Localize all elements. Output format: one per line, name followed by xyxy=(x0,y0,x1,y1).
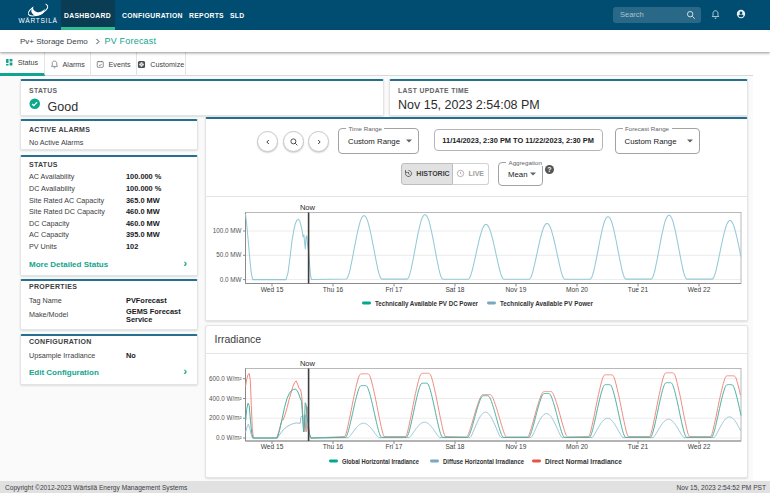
svg-text:Tue 21: Tue 21 xyxy=(628,286,649,293)
svg-text:Wed 15: Wed 15 xyxy=(261,286,284,293)
svg-text:Nov 19: Nov 19 xyxy=(506,443,527,450)
svg-text:Technically Available PV DC Po: Technically Available PV DC Power xyxy=(375,300,478,308)
svg-text:600.0 W/m²: 600.0 W/m² xyxy=(209,375,242,382)
svg-text:Fri 17: Fri 17 xyxy=(386,286,403,293)
svg-text:Global Horizontal Irradiance: Global Horizontal Irradiance xyxy=(342,458,419,465)
svg-text:Now: Now xyxy=(300,203,316,212)
svg-text:200.0 W/m²: 200.0 W/m² xyxy=(209,414,242,421)
svg-text:Mon 20: Mon 20 xyxy=(566,286,588,293)
svg-text:Wed 22: Wed 22 xyxy=(688,286,711,293)
svg-text:Sat 18: Sat 18 xyxy=(445,286,464,293)
svg-text:Technically Available PV Power: Technically Available PV Power xyxy=(500,300,593,308)
svg-text:Wed 22: Wed 22 xyxy=(688,443,711,450)
svg-text:Now: Now xyxy=(300,359,316,368)
svg-text:Mon 20: Mon 20 xyxy=(566,443,588,450)
svg-text:Nov 19: Nov 19 xyxy=(506,286,527,293)
svg-text:Fri 17: Fri 17 xyxy=(386,443,403,450)
svg-text:400.0 W/m²: 400.0 W/m² xyxy=(209,395,242,402)
svg-text:Diffuse Horizontal Irradiance: Diffuse Horizontal Irradiance xyxy=(443,458,524,465)
svg-text:50.0 MW: 50.0 MW xyxy=(216,251,241,258)
svg-text:0.0 W/m²: 0.0 W/m² xyxy=(216,434,242,441)
svg-text:Thu 16: Thu 16 xyxy=(323,443,344,450)
svg-text:100.0 MW: 100.0 MW xyxy=(213,227,242,234)
svg-text:0.0 MW: 0.0 MW xyxy=(220,276,242,283)
svg-text:Wed 15: Wed 15 xyxy=(261,443,284,450)
svg-text:Sat 18: Sat 18 xyxy=(445,443,464,450)
svg-text:Direct Normal Irradiance: Direct Normal Irradiance xyxy=(545,458,622,465)
svg-text:Thu 16: Thu 16 xyxy=(323,286,344,293)
svg-text:Tue 21: Tue 21 xyxy=(628,443,649,450)
